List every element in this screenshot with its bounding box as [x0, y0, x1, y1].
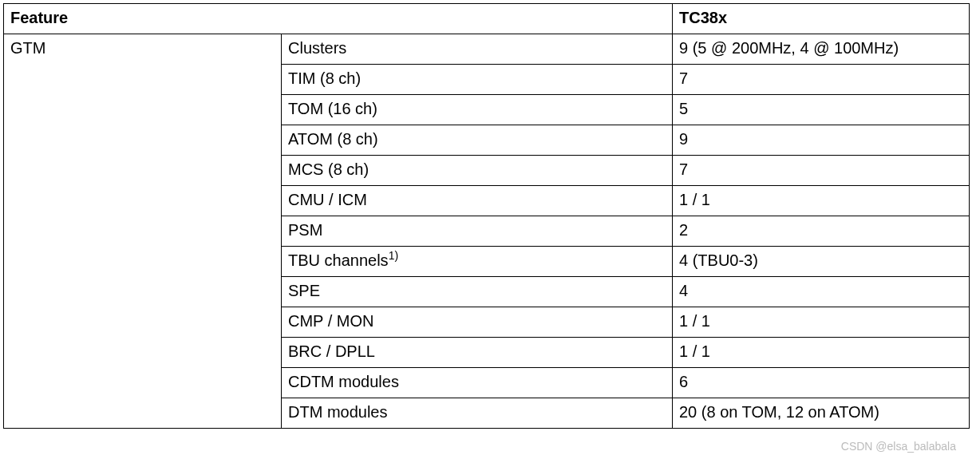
subfeature-cell: TIM (8 ch): [282, 65, 673, 95]
value-cell: 1 / 1: [673, 186, 970, 216]
table-header-row: Feature TC38x: [4, 4, 970, 34]
value-cell: 1 / 1: [673, 338, 970, 368]
value-cell: 7: [673, 156, 970, 186]
subfeature-cell: CMU / ICM: [282, 186, 673, 216]
subfeature-cell: CMP / MON: [282, 307, 673, 338]
value-cell: 6: [673, 368, 970, 398]
value-cell: 9: [673, 125, 970, 156]
value-cell: 7: [673, 65, 970, 95]
header-value: TC38x: [673, 4, 970, 34]
value-cell: 9 (5 @ 200MHz, 4 @ 100MHz): [673, 34, 970, 65]
subfeature-cell: TBU channels1): [282, 247, 673, 277]
feature-table: Feature TC38x GTMClusters9 (5 @ 200MHz, …: [3, 3, 970, 429]
header-feature: Feature: [4, 4, 282, 34]
subfeature-cell: DTM modules: [282, 398, 673, 429]
subfeature-cell: Clusters: [282, 34, 673, 65]
subfeature-cell: PSM: [282, 216, 673, 247]
footnote-ref: 1): [389, 249, 398, 262]
feature-group-cell: GTM: [4, 34, 282, 429]
subfeature-cell: ATOM (8 ch): [282, 125, 673, 156]
value-cell: 20 (8 on TOM, 12 on ATOM): [673, 398, 970, 429]
table-row: GTMClusters9 (5 @ 200MHz, 4 @ 100MHz): [4, 34, 970, 65]
value-cell: 1 / 1: [673, 307, 970, 338]
subfeature-cell: SPE: [282, 277, 673, 307]
value-cell: 4: [673, 277, 970, 307]
value-cell: 5: [673, 95, 970, 125]
subfeature-cell: CDTM modules: [282, 368, 673, 398]
table-body: GTMClusters9 (5 @ 200MHz, 4 @ 100MHz)TIM…: [4, 34, 970, 429]
value-cell: 2: [673, 216, 970, 247]
subfeature-cell: TOM (16 ch): [282, 95, 673, 125]
subfeature-cell: MCS (8 ch): [282, 156, 673, 186]
value-cell: 4 (TBU0-3): [673, 247, 970, 277]
header-sub-blank: [282, 4, 673, 34]
subfeature-cell: BRC / DPLL: [282, 338, 673, 368]
